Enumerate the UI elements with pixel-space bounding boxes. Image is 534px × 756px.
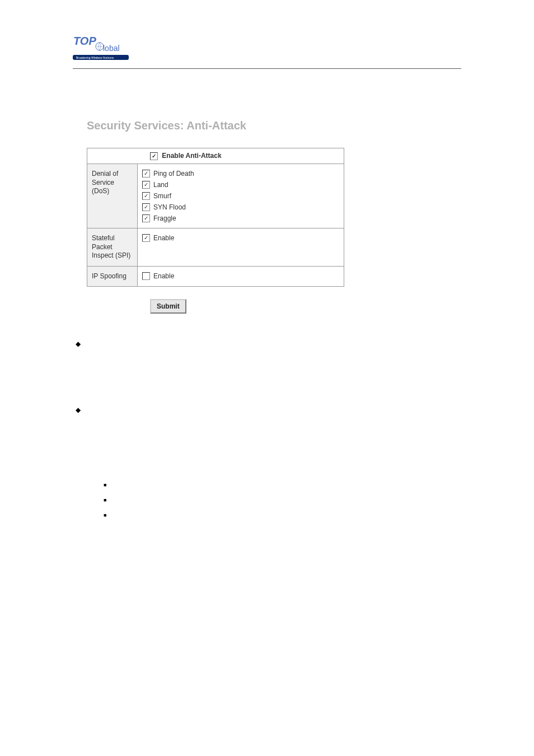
doc-sub2: Ping of Death — [112, 494, 160, 503]
fraggle-label: Fraggle — [153, 214, 176, 222]
submit-button[interactable]: Submit — [150, 299, 186, 314]
spi-controls: ✓ Enable — [138, 228, 344, 266]
diamond-icon: ◆ — [76, 404, 81, 417]
dos-row: Denial of Service (DoS) ✓ Ping of Death … — [87, 164, 344, 228]
enable-anti-attack-label: Enable Anti-Attack — [162, 152, 221, 160]
enable-anti-attack-row: ✓ Enable Anti-Attack — [87, 148, 344, 164]
doc-b1-body: If you want MB6000 do anti-attack, pleas… — [89, 354, 467, 382]
smurf-checkbox[interactable]: ✓ — [142, 192, 150, 200]
ping-of-death-label: Ping of Death — [153, 170, 194, 178]
header: TOP lobal Broadening Wireless Horizons — [0, 0, 534, 64]
diamond-icon: ◆ — [76, 338, 81, 351]
doc-sub1: Log — [112, 479, 125, 488]
ipspoof-enable-label: Enable — [153, 272, 174, 280]
square-icon: ■ — [104, 511, 106, 521]
ipspoof-row-label: IP Spoofing — [87, 267, 138, 287]
doc-body: ◆ Enable Anti-Attack If you want MB6000 … — [0, 314, 534, 521]
doc-bullet-enable: ◆ Enable Anti-Attack — [76, 336, 467, 351]
doc-sub-pod: ■ Ping of Death attacker send too large … — [104, 492, 467, 506]
doc-b1-title: Enable Anti-Attack — [87, 338, 151, 347]
dos-item: ✓ Smurf — [142, 192, 339, 200]
dos-controls: ✓ Ping of Death ✓ Land ✓ Smurf ✓ SYN Flo… — [138, 164, 344, 228]
syn-flood-checkbox[interactable]: ✓ — [142, 203, 150, 211]
ipspoof-enable-checkbox[interactable] — [142, 272, 150, 280]
dos-item: ✓ Land — [142, 181, 339, 189]
dos-item: ✓ SYN Flood — [142, 203, 339, 211]
page-title: Security Services: Anti-Attack — [87, 119, 534, 132]
dos-item: ✓ Ping of Death — [142, 170, 339, 178]
ipspoof-controls: Enable — [138, 267, 344, 287]
submit-wrap: Submit — [150, 299, 534, 314]
spi-enable-checkbox[interactable]: ✓ — [142, 234, 150, 242]
square-icon: ■ — [104, 480, 106, 491]
doc-bullet-dos: ◆ DoS — [76, 402, 467, 417]
doc-sub-packets: ■ packets to target support , receiver m… — [104, 507, 467, 521]
spi-row: Stateful Packet Inspect (SPI) ✓ Enable — [87, 228, 344, 267]
syn-flood-label: SYN Flood — [153, 203, 186, 211]
doc-sub3-body: receiver maybe crash when deal those pac… — [205, 510, 368, 519]
enable-anti-attack-checkbox[interactable]: ✓ — [150, 152, 158, 160]
dos-row-label: Denial of Service (DoS) — [87, 164, 138, 228]
svg-text:Broadening Wireless Horizons: Broadening Wireless Horizons — [76, 56, 114, 59]
land-checkbox[interactable]: ✓ — [142, 181, 150, 189]
svg-text:TOP: TOP — [73, 35, 96, 47]
doc-sub-log: ■ Log you can log details about the atta… — [104, 477, 467, 491]
logo: TOP lobal Broadening Wireless Horizons — [73, 34, 134, 62]
square-icon: ■ — [104, 496, 106, 506]
ping-of-death-checkbox[interactable]: ✓ — [142, 170, 150, 178]
land-label: Land — [153, 181, 168, 189]
doc-b2-title: DoS — [87, 404, 102, 413]
ipspoof-row: IP Spoofing Enable — [87, 267, 344, 287]
fraggle-checkbox[interactable]: ✓ — [142, 214, 150, 222]
smurf-label: Smurf — [153, 192, 171, 200]
doc-sub2-body: attacker send too large ICMP(larger 6553… — [162, 494, 334, 503]
doc-sub3: packets to target support , — [112, 510, 203, 519]
spi-row-label: Stateful Packet Inspect (SPI) — [87, 228, 138, 266]
content: Security Services: Anti-Attack ✓ Enable … — [0, 69, 534, 314]
dos-item: ✓ Fraggle — [142, 214, 339, 222]
spi-enable-label: Enable — [153, 234, 174, 242]
doc-b2-body: A denial-of-service attack (DoS attack) … — [89, 420, 467, 463]
svg-text:lobal: lobal — [103, 44, 120, 53]
settings-panel: ✓ Enable Anti-Attack Denial of Service (… — [87, 148, 344, 287]
doc-sub1-body: you can log details about the attacks wh… — [128, 479, 313, 488]
